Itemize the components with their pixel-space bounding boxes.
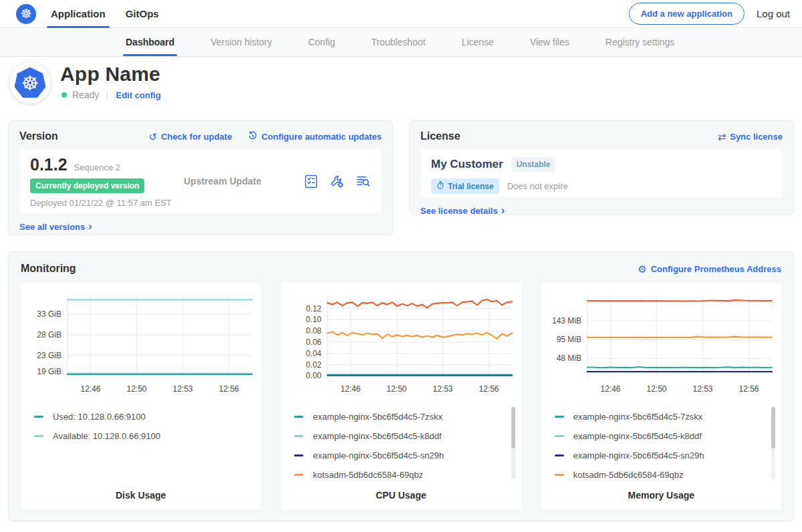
tab-dashboard[interactable]: Dashboard: [126, 29, 174, 56]
tab-config[interactable]: Config: [308, 29, 335, 56]
kubernetes-logo-icon[interactable]: ☸: [16, 4, 36, 24]
legend-swatch: [34, 416, 43, 418]
trial-license-label: Trial license: [448, 182, 494, 191]
tab-view-files[interactable]: View files: [530, 29, 569, 56]
legend-label: Available: 10.128.0.66:9100: [53, 431, 160, 441]
kots-admin-dashboard: ☸ Application GitOps Add a new applicati…: [0, 0, 802, 532]
chevron-right-icon: ›: [88, 221, 92, 232]
sync-license-link[interactable]: ⇄ Sync license: [718, 132, 783, 142]
legend-swatch: [555, 454, 564, 456]
app-status-row: Ready Edit config: [61, 90, 161, 100]
legend-scrollbar-thumb[interactable]: [511, 407, 515, 448]
topnav-right: Add a new application Log out: [629, 3, 790, 25]
topnav-tab-gitops[interactable]: GitOps: [126, 0, 159, 28]
edit-config-link[interactable]: Edit config: [116, 90, 160, 100]
version-panel-title: Version: [19, 130, 58, 142]
see-license-details-link[interactable]: See license details ›: [420, 205, 783, 216]
legend-swatch: [555, 435, 564, 437]
configure-automatic-updates-link[interactable]: Configure automatic updates: [248, 131, 382, 142]
legend-item: example-nginx-5bc6f5d4c5-sn29h: [555, 446, 781, 465]
version-panel-header: Version ↺ Check for update Configure aut…: [19, 130, 382, 142]
svg-text:23 GiB: 23 GiB: [37, 351, 61, 360]
cpu-usage-chart: 0.000.020.040.060.080.100.1212:4612:5012…: [285, 287, 517, 404]
kubernetes-app-icon: ☸: [15, 68, 46, 99]
legend-scrollbar-track: [511, 407, 515, 479]
logout-button[interactable]: Log out: [757, 8, 790, 19]
legend-swatch: [34, 435, 43, 437]
legend-label: kotsadm-5db6dc6584-69qbz: [313, 470, 423, 480]
check-for-update-link[interactable]: ↺ Check for update: [148, 132, 232, 142]
svg-text:19 GiB: 19 GiB: [37, 367, 61, 376]
license-expiry: Does not expire: [507, 181, 568, 191]
license-panel-header: License ⇄ Sync license: [420, 130, 783, 142]
memory-usage-chart: 48 MiB95 MiB143 MiB12:4612:5012:5312:56: [545, 287, 777, 404]
view-logs-icon[interactable]: [356, 174, 371, 189]
svg-text:12:53: 12:53: [693, 384, 713, 394]
legend-swatch: [294, 454, 303, 456]
tab-version-history[interactable]: Version history: [211, 29, 272, 56]
svg-text:28 GiB: 28 GiB: [37, 330, 61, 340]
currently-deployed-badge: Currently deployed version: [30, 178, 144, 193]
svg-text:12:50: 12:50: [647, 384, 667, 394]
tab-troubleshoot[interactable]: Troubleshoot: [371, 29, 425, 56]
chart-legend: example-nginx-5bc6f5d4c5-7zskxexample-ng…: [281, 404, 521, 490]
tab-registry-settings[interactable]: Registry settings: [606, 29, 674, 56]
legend-item: kotsadm-5db6dc6584-69qbz: [555, 465, 781, 485]
legend-scrollbar-thumb[interactable]: [771, 407, 775, 448]
legend-swatch: [555, 416, 564, 418]
configure-automatic-updates-label: Configure automatic updates: [261, 132, 382, 142]
version-number: 0.1.2: [30, 155, 68, 174]
svg-text:0.10: 0.10: [306, 315, 322, 324]
memory-usage-title: Memory Usage: [541, 490, 781, 510]
chevron-right-icon: ›: [501, 205, 505, 216]
topnav-tab-application[interactable]: Application: [51, 0, 106, 28]
legend-item: kotsadm-5db6dc6584-69qbz: [294, 465, 521, 485]
monitoring-title: Monitoring: [21, 263, 76, 275]
customer-name: My Customer: [431, 158, 503, 171]
legend-label: example-nginx-5bc6f5d4c5-k8ddf: [313, 431, 441, 441]
legend-swatch: [294, 435, 303, 437]
chart-svg: 0.000.020.040.060.080.100.1212:4612:5012…: [285, 287, 517, 402]
svg-text:12:53: 12:53: [432, 384, 452, 394]
see-all-versions-link[interactable]: See all versions ›: [19, 221, 382, 232]
configure-prometheus-link[interactable]: ⚙ Configure Prometheus Address: [638, 264, 781, 274]
svg-text:0.08: 0.08: [306, 326, 322, 336]
page-title: App Name: [60, 63, 160, 86]
chart-svg: 48 MiB95 MiB143 MiB12:4612:5012:5312:56: [545, 287, 777, 402]
chart-legend: example-nginx-5bc6f5d4c5-7zskxexample-ng…: [541, 404, 781, 490]
release-notes-icon[interactable]: [303, 174, 319, 189]
schedule-icon: [248, 131, 257, 142]
channel-badge: Unstable: [511, 157, 556, 172]
current-version-card: 0.1.2 Sequence 2 Currently deployed vers…: [19, 149, 382, 213]
see-license-details-label: See license details: [420, 206, 498, 216]
add-new-application-button[interactable]: Add a new application: [629, 3, 745, 25]
check-for-update-label: Check for update: [161, 132, 232, 142]
stopwatch-icon: [436, 181, 444, 191]
deployed-timestamp: Deployed 01/21/22 @ 11:57 am EST: [30, 198, 172, 208]
disk-usage-card: 19 GiB23 GiB28 GiB33 GiB12:4612:5012:531…: [21, 283, 261, 510]
app-sub-nav: Dashboard Version history Config Trouble…: [0, 29, 802, 57]
memory-usage-card: 48 MiB95 MiB143 MiB12:4612:5012:5312:56 …: [541, 283, 781, 510]
legend-swatch: [294, 416, 303, 418]
legend-scrollbar-track: [771, 407, 775, 479]
legend-item: example-nginx-5bc6f5d4c5-7zskx: [555, 407, 781, 426]
status-dot: [61, 92, 67, 98]
legend-label: example-nginx-5bc6f5d4c5-7zskx: [573, 412, 703, 422]
legend-label: kotsadm-5db6dc6584-69qbz: [573, 470, 684, 480]
version-sequence: Sequence 2: [74, 162, 120, 172]
svg-text:12:56: 12:56: [739, 384, 759, 394]
tab-license[interactable]: License: [462, 29, 494, 56]
app-header: ☸ App Name Ready Edit config: [0, 57, 802, 120]
svg-text:143 MiB: 143 MiB: [552, 316, 581, 325]
legend-swatch: [294, 474, 303, 476]
svg-text:48 MiB: 48 MiB: [557, 354, 581, 363]
legend-item: Used: 10.128.0.66:9100: [34, 407, 261, 426]
version-info: 0.1.2 Sequence 2 Currently deployed vers…: [30, 155, 172, 208]
legend-item: Available: 10.128.0.66:9100: [34, 426, 261, 446]
version-action-icons: [303, 174, 371, 189]
chart-legend: Used: 10.128.0.66:9100Available: 10.128.…: [21, 404, 261, 490]
config-wrench-icon[interactable]: [329, 174, 345, 189]
svg-text:12:46: 12:46: [340, 384, 360, 394]
svg-text:12:53: 12:53: [172, 384, 192, 394]
svg-text:0.04: 0.04: [306, 349, 322, 358]
